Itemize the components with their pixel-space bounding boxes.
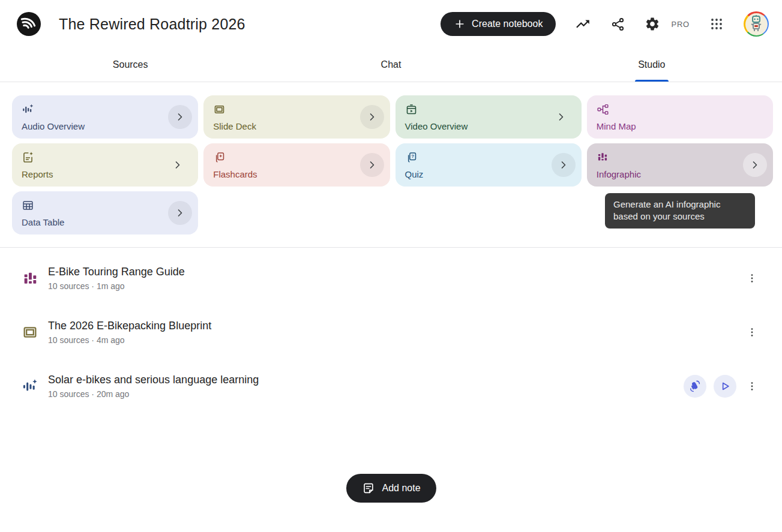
settings-gear-icon[interactable] bbox=[645, 16, 660, 32]
studio-card-flashcards[interactable]: Flashcards bbox=[203, 143, 389, 187]
audio-waveform-sparkle-icon bbox=[22, 378, 38, 395]
infographic-bars-icon bbox=[22, 270, 38, 287]
card-label: Quiz bbox=[405, 169, 572, 179]
tab-sources[interactable]: Sources bbox=[0, 48, 260, 82]
more-options-kebab-icon[interactable] bbox=[745, 375, 759, 397]
more-options-kebab-icon[interactable] bbox=[745, 267, 759, 289]
card-label: Infographic bbox=[597, 169, 763, 179]
studio-card-quiz[interactable]: ? Quiz bbox=[396, 143, 582, 187]
artifact-list: E-Bike Touring Range Guide 10 sources · … bbox=[0, 248, 782, 413]
plus-icon bbox=[454, 18, 466, 30]
slide-deck-icon bbox=[22, 324, 38, 341]
chevron-right-icon[interactable] bbox=[743, 153, 767, 177]
interactive-mode-hand-button[interactable] bbox=[684, 375, 706, 398]
table-grid-icon bbox=[22, 199, 188, 214]
card-label: Mind Map bbox=[597, 121, 763, 131]
card-label: Reports bbox=[22, 169, 188, 179]
mind-map-nodes-icon bbox=[597, 103, 763, 118]
artifact-row-infographic[interactable]: E-Bike Touring Range Guide 10 sources · … bbox=[0, 251, 782, 305]
video-player-icon bbox=[405, 103, 572, 118]
artifact-row-audio-overview[interactable]: Solar e-bikes and serious language learn… bbox=[0, 359, 782, 413]
analytics-trending-up-icon[interactable] bbox=[575, 16, 591, 32]
chevron-right-icon[interactable] bbox=[166, 153, 190, 177]
artifact-row-slide-deck[interactable]: The 2026 E-Bikepacking Blueprint 10 sour… bbox=[0, 305, 782, 359]
studio-card-video-overview[interactable]: Video Overview bbox=[396, 95, 582, 139]
avatar-robot-image bbox=[745, 13, 768, 35]
tooltip-line1: Generate an AI infographic bbox=[613, 199, 747, 211]
artifact-title: E-Bike Touring Range Guide bbox=[48, 266, 185, 278]
pro-badge: PRO bbox=[671, 20, 690, 29]
artifact-meta: 10 sources · 1m ago bbox=[48, 281, 185, 291]
artifact-meta: 10 sources · 4m ago bbox=[48, 335, 211, 345]
chevron-right-icon[interactable] bbox=[168, 105, 192, 129]
studio-card-infographic[interactable]: Infographic bbox=[587, 143, 773, 187]
add-note-button[interactable]: Add note bbox=[346, 474, 436, 503]
artifact-title: The 2026 E-Bikepacking Blueprint bbox=[48, 320, 211, 332]
share-icon[interactable] bbox=[610, 16, 625, 32]
tooltip-line2: based on your sources bbox=[613, 211, 747, 223]
card-label: Audio Overview bbox=[22, 121, 188, 131]
slide-icon bbox=[213, 103, 380, 118]
audio-waveform-sparkle-icon bbox=[22, 103, 188, 118]
quiz-cards-icon: ? bbox=[405, 151, 572, 166]
card-label: Flashcards bbox=[213, 169, 380, 179]
studio-card-mind-map[interactable]: Mind Map bbox=[587, 95, 773, 139]
card-label: Video Overview bbox=[405, 121, 572, 131]
studio-card-slide-deck[interactable]: Slide Deck bbox=[203, 95, 389, 139]
notebooklm-logo-icon[interactable] bbox=[17, 12, 41, 36]
add-note-label: Add note bbox=[382, 483, 420, 494]
apps-grid-icon[interactable] bbox=[709, 16, 724, 32]
artifact-title: Solar e-bikes and serious language learn… bbox=[48, 374, 259, 386]
card-label: Slide Deck bbox=[213, 121, 380, 131]
play-button[interactable] bbox=[714, 375, 736, 398]
create-notebook-label: Create notebook bbox=[472, 19, 543, 29]
app-header: The Rewired Roadtrip 2026 Create noteboo… bbox=[0, 0, 782, 48]
tab-chat[interactable]: Chat bbox=[260, 48, 521, 82]
studio-card-data-table[interactable]: Data Table bbox=[12, 191, 198, 235]
tab-studio[interactable]: Studio bbox=[522, 48, 782, 82]
notebooklm-app: The Rewired Roadtrip 2026 Create noteboo… bbox=[0, 0, 782, 532]
note-icon bbox=[361, 482, 374, 495]
flashcards-star-icon bbox=[213, 151, 380, 166]
chevron-right-icon[interactable] bbox=[549, 105, 573, 129]
infographic-tooltip: Generate an AI infographic based on your… bbox=[605, 193, 755, 229]
notebook-title[interactable]: The Rewired Roadtrip 2026 bbox=[59, 16, 245, 33]
svg-text:?: ? bbox=[411, 154, 414, 159]
chevron-right-icon[interactable] bbox=[360, 153, 384, 177]
more-options-kebab-icon[interactable] bbox=[745, 321, 759, 343]
user-avatar[interactable] bbox=[744, 11, 769, 37]
chevron-right-icon[interactable] bbox=[552, 153, 576, 177]
create-notebook-button[interactable]: Create notebook bbox=[441, 12, 556, 36]
chevron-right-icon[interactable] bbox=[168, 201, 192, 225]
main-tabbar: Sources Chat Studio bbox=[0, 48, 782, 82]
report-sparkle-icon bbox=[22, 151, 188, 166]
studio-card-audio-overview[interactable]: Audio Overview bbox=[12, 95, 198, 139]
bar-chart-icon bbox=[597, 151, 763, 166]
card-label: Data Table bbox=[22, 217, 188, 227]
artifact-meta: 10 sources · 20m ago bbox=[48, 389, 259, 399]
chevron-right-icon[interactable] bbox=[360, 105, 384, 129]
studio-card-reports[interactable]: Reports bbox=[12, 143, 198, 187]
